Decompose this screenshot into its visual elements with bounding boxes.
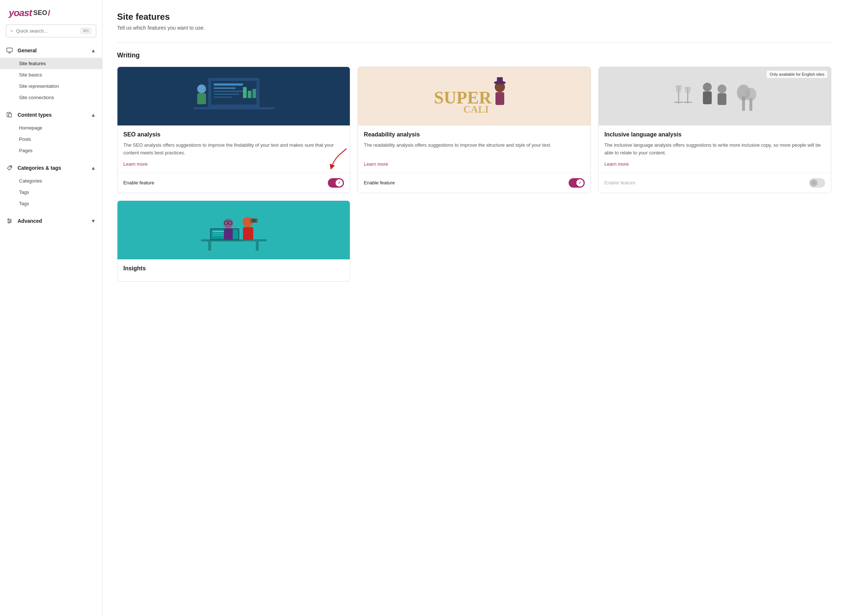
insights-image bbox=[118, 201, 350, 260]
bottom-cards-row: Insights bbox=[117, 201, 831, 282]
svg-rect-52 bbox=[256, 241, 259, 251]
page-subtitle: Tell us which features you want to use. bbox=[117, 25, 831, 31]
sidebar-item-site-connections[interactable]: Site connections bbox=[0, 92, 102, 103]
svg-rect-28 bbox=[194, 107, 274, 109]
insights-title: Insights bbox=[123, 265, 344, 272]
sliders-icon bbox=[6, 217, 13, 224]
sidebar-item-tags-2[interactable]: Tags bbox=[0, 198, 102, 209]
sidebar-item-site-representation[interactable]: Site representation bbox=[0, 81, 102, 92]
toggle-check-icon: ✓ bbox=[338, 181, 341, 185]
search-icon bbox=[10, 29, 13, 34]
search-input[interactable] bbox=[16, 28, 78, 34]
svg-rect-20 bbox=[214, 91, 247, 92]
chevron-down-icon: ▼ bbox=[90, 218, 96, 224]
svg-rect-2 bbox=[7, 48, 12, 52]
inclusive-language-toggle: ✕ bbox=[809, 178, 825, 188]
svg-point-49 bbox=[745, 88, 756, 101]
svg-rect-60 bbox=[243, 227, 253, 240]
svg-rect-33 bbox=[495, 92, 504, 105]
seo-analysis-card: SEO analysis The SEO analysis offers sug… bbox=[117, 67, 350, 193]
inclusive-enable-label: Enable feature bbox=[605, 180, 636, 185]
sidebar: yoast SEO / ⌘K General ▲ Site features S… bbox=[0, 0, 103, 616]
sidebar-item-site-features[interactable]: Site features bbox=[0, 58, 102, 69]
svg-point-9 bbox=[10, 166, 11, 167]
svg-marker-41 bbox=[684, 87, 691, 93]
seo-illustration bbox=[186, 70, 281, 122]
page-title: Site features bbox=[117, 12, 831, 22]
seo-enable-label: Enable feature bbox=[123, 180, 154, 185]
svg-point-14 bbox=[10, 221, 11, 221]
readability-illustration: SUPER CALI bbox=[427, 70, 522, 122]
svg-rect-56 bbox=[213, 233, 223, 234]
inclusive-illustration bbox=[667, 70, 762, 122]
sidebar-general-items: Site features Site basics Site represent… bbox=[0, 58, 102, 106]
main-content: Site features Tell us which features you… bbox=[103, 0, 846, 616]
svg-marker-38 bbox=[675, 85, 682, 92]
seo-analysis-toggle[interactable]: ✓ bbox=[328, 178, 344, 188]
svg-point-26 bbox=[197, 85, 206, 93]
svg-rect-58 bbox=[206, 240, 243, 241]
seo-analysis-learn-more[interactable]: Learn more bbox=[123, 161, 344, 167]
readability-analysis-image: SUPER CALI bbox=[358, 67, 590, 125]
sidebar-categories-tags-label: Categories & tags bbox=[18, 165, 86, 171]
main-inner: Site features Tell us which features you… bbox=[103, 0, 846, 616]
insights-body: Insights bbox=[118, 260, 350, 281]
readability-toggle-knob: ✓ bbox=[576, 179, 584, 186]
svg-point-62 bbox=[252, 219, 256, 222]
logo: yoast SEO / bbox=[0, 0, 102, 25]
readability-enable-label: Enable feature bbox=[364, 180, 395, 185]
insights-card: Insights bbox=[117, 201, 350, 282]
svg-rect-22 bbox=[214, 97, 232, 98]
chevron-up-icon-2: ▲ bbox=[90, 112, 96, 118]
readability-toggle[interactable]: ✓ bbox=[568, 178, 585, 188]
svg-rect-35 bbox=[497, 77, 503, 83]
seo-analysis-image bbox=[118, 67, 350, 125]
search-shortcut: ⌘K bbox=[81, 28, 91, 34]
readability-analysis-card: SUPER CALI Readability analysis The read… bbox=[357, 67, 590, 193]
sidebar-section-categories-tags-header[interactable]: Categories & tags ▲ bbox=[0, 161, 102, 175]
sidebar-section-content-types-header[interactable]: Content types ▲ bbox=[0, 107, 102, 122]
sidebar-item-posts[interactable]: Posts bbox=[0, 133, 102, 145]
sidebar-section-categories-tags: Categories & tags ▲ Categories Tags Tags bbox=[0, 161, 102, 212]
seo-analysis-footer: Enable feature ✓ bbox=[118, 173, 350, 193]
inclusive-language-learn-more[interactable]: Learn more bbox=[605, 161, 825, 167]
logo-slash: / bbox=[48, 9, 50, 18]
seo-analysis-description: The SEO analysis offers suggestions to i… bbox=[123, 142, 344, 157]
inclusive-language-footer: Enable feature ✕ bbox=[599, 173, 831, 193]
sidebar-content-types-label: Content types bbox=[18, 112, 86, 118]
svg-rect-18 bbox=[214, 84, 243, 86]
svg-point-13 bbox=[8, 219, 9, 220]
svg-point-44 bbox=[718, 85, 726, 93]
sidebar-item-homepage[interactable]: Homepage bbox=[0, 122, 102, 133]
svg-rect-43 bbox=[703, 91, 712, 104]
sidebar-section-content-types: Content types ▲ Homepage Posts Pages bbox=[0, 107, 102, 159]
sidebar-content-types-items: Homepage Posts Pages bbox=[0, 122, 102, 159]
sidebar-section-general: General ▲ Site features Site basics Site… bbox=[0, 43, 102, 106]
tag-icon bbox=[6, 164, 13, 172]
monitor-icon bbox=[6, 47, 13, 54]
sidebar-section-general-header[interactable]: General ▲ bbox=[0, 43, 102, 58]
svg-rect-27 bbox=[197, 93, 206, 104]
svg-rect-45 bbox=[718, 93, 726, 105]
sidebar-item-pages[interactable]: Pages bbox=[0, 145, 102, 156]
svg-rect-23 bbox=[243, 87, 247, 98]
readability-body: Readability analysis The readability ana… bbox=[358, 125, 590, 173]
inclusive-toggle-knob: ✕ bbox=[810, 179, 817, 186]
readability-description: The readability analysis offers suggesti… bbox=[364, 142, 585, 157]
sidebar-categories-tags-items: Categories Tags Tags bbox=[0, 175, 102, 212]
search-bar[interactable]: ⌘K bbox=[6, 25, 96, 37]
svg-rect-24 bbox=[248, 91, 251, 98]
sidebar-item-categories[interactable]: Categories bbox=[0, 175, 102, 186]
svg-rect-51 bbox=[208, 241, 211, 251]
sidebar-general-label: General bbox=[18, 48, 86, 53]
sidebar-item-site-basics[interactable]: Site basics bbox=[0, 69, 102, 81]
inclusive-language-description: The inclusive language analysis offers s… bbox=[605, 142, 825, 157]
chevron-up-icon: ▲ bbox=[90, 48, 96, 53]
sidebar-item-tags-1[interactable]: Tags bbox=[0, 186, 102, 198]
sidebar-advanced-label: Advanced bbox=[18, 218, 86, 224]
sidebar-section-advanced-header[interactable]: Advanced ▼ bbox=[0, 214, 102, 228]
readability-learn-more[interactable]: Learn more bbox=[364, 161, 585, 167]
seo-toggle-knob: ✓ bbox=[336, 179, 343, 186]
chevron-up-icon-3: ▲ bbox=[90, 165, 96, 171]
inclusive-language-body: Inclusive language analysis The inclusiv… bbox=[599, 125, 831, 173]
